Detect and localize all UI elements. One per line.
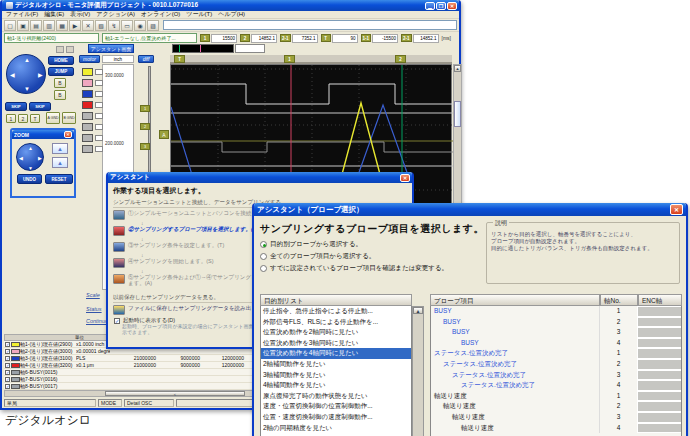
channel-color-swatch[interactable] bbox=[82, 79, 93, 87]
toolbar-icon[interactable]: ▢ bbox=[4, 20, 16, 31]
toolbar-icon[interactable]: ▭ bbox=[121, 20, 133, 31]
probe-list-row[interactable]: ステータス.位置決め完了 4 bbox=[431, 380, 681, 391]
jog-right-icon[interactable]: ▶ bbox=[38, 72, 43, 78]
purpose-list-item[interactable]: 位置決め動作を2軸同時に見たい bbox=[261, 327, 411, 338]
assistant-close-icon[interactable]: ✕ bbox=[400, 174, 410, 182]
toolbar-combobox[interactable] bbox=[163, 20, 457, 30]
probe-column-header[interactable]: プローブ項目 bbox=[430, 294, 600, 306]
wave-info-link[interactable]: Scale bbox=[86, 292, 100, 298]
row-checkbox[interactable]: ✓ bbox=[5, 342, 10, 347]
purpose-list-item[interactable]: 外部信号FLS、RLSによる停止動作を... bbox=[261, 317, 411, 328]
row-checkbox[interactable]: ✓ bbox=[5, 370, 10, 375]
menu-item[interactable]: アクション(A) bbox=[96, 10, 135, 19]
time-ruler[interactable]: T 1 2 bbox=[170, 55, 452, 64]
row-checkbox[interactable]: ✓ bbox=[5, 356, 10, 361]
gnd-a-button[interactable]: A GND bbox=[46, 112, 60, 124]
enc-column-header[interactable]: ENC軸 bbox=[638, 294, 682, 306]
purpose-list-item[interactable]: 4軸補間動作を見たい bbox=[261, 380, 411, 391]
purpose-list-scrollbar[interactable]: ▲ ▼ bbox=[412, 306, 424, 436]
zoom-in-icon[interactable]: ▲ bbox=[52, 143, 68, 154]
scroll-up-icon[interactable]: ▲ bbox=[454, 65, 461, 72]
radio-icon[interactable] bbox=[260, 253, 267, 260]
toolbar-icon[interactable]: ◉ bbox=[134, 20, 146, 31]
toolbar-icon[interactable]: ▣ bbox=[17, 20, 29, 31]
menu-item[interactable]: 編集(E) bbox=[44, 10, 64, 19]
reset-button[interactable]: RESET bbox=[45, 174, 73, 184]
purpose-list-item[interactable]: 停止指令、急停止指令による停止動... bbox=[261, 306, 411, 317]
table-row[interactable]: ✓ 軸6-BUSY(0015) bbox=[4, 369, 254, 376]
wave-info-link[interactable]: Status bbox=[86, 306, 102, 312]
preset-1-button[interactable]: 1 bbox=[6, 114, 16, 123]
jump-button[interactable]: JUMP bbox=[48, 67, 74, 76]
purpose-list-item[interactable]: 3軸補間動作を見たい bbox=[261, 370, 411, 381]
home-button[interactable]: HOME bbox=[48, 56, 74, 65]
level-marker-tag[interactable]: 2 bbox=[140, 123, 150, 130]
pan-left-icon[interactable]: ◀ bbox=[19, 155, 23, 161]
pan-up-icon[interactable]: ▲ bbox=[28, 145, 33, 151]
cursor-1-tag[interactable]: 1 bbox=[284, 55, 295, 63]
probe-list-row[interactable]: 軸送り速度 2 bbox=[431, 401, 681, 412]
menu-item[interactable]: 表示(V) bbox=[70, 10, 90, 19]
toolbar-icon[interactable]: ✕ bbox=[82, 20, 94, 31]
channel-color-swatch[interactable] bbox=[82, 123, 93, 131]
channel-toggle[interactable] bbox=[95, 91, 103, 97]
probe-list-row[interactable]: 軸送り速度 3 bbox=[431, 412, 681, 423]
waveform-thumbnail[interactable] bbox=[172, 44, 234, 53]
zoom-palette-close-icon[interactable]: ✕ bbox=[64, 131, 72, 138]
table-row[interactable]: ✓ 軸7-BUSY(0016) bbox=[4, 376, 254, 383]
row-checkbox[interactable]: ✓ bbox=[5, 384, 10, 389]
probe-list-row[interactable]: BUSY 4 bbox=[431, 338, 681, 349]
probe-list-row[interactable]: 軸送り速度 4 bbox=[431, 423, 681, 434]
probe-close-icon[interactable]: ✕ bbox=[670, 204, 683, 215]
panel-close-icon[interactable] bbox=[66, 46, 74, 53]
jog-left-icon[interactable]: ◀ bbox=[10, 72, 15, 78]
b1-button[interactable]: B bbox=[54, 78, 66, 88]
toolbar-icon[interactable]: ▦ bbox=[56, 20, 68, 31]
maximize-button[interactable]: ❐ bbox=[436, 2, 446, 10]
skip-a-button[interactable]: SKIP bbox=[5, 102, 27, 111]
level-marker-tag[interactable]: 1 bbox=[140, 105, 150, 112]
purpose-list-header[interactable]: 目的別リスト bbox=[260, 294, 412, 306]
purpose-list-item[interactable]: 2軸の同期精度を見たい bbox=[261, 423, 411, 434]
axis-column-header[interactable]: 軸No. bbox=[600, 294, 638, 306]
toolbar-icon[interactable]: ▤ bbox=[30, 20, 42, 31]
channel-toggle[interactable] bbox=[95, 113, 103, 119]
menu-item[interactable]: ツール(T) bbox=[186, 10, 212, 19]
trigger-t-tag[interactable]: T bbox=[174, 55, 185, 63]
purpose-list-item[interactable]: 位置決め動作を3軸同時に見たい bbox=[261, 338, 411, 349]
pan-down-icon[interactable]: ▼ bbox=[28, 165, 33, 171]
minimize-button[interactable]: ▁ bbox=[425, 2, 435, 10]
purpose-list-item[interactable]: 位置決め動作を4軸同時に見たい bbox=[261, 348, 411, 359]
probe-list-row[interactable]: ステータス.位置決め完了 3 bbox=[431, 370, 681, 381]
assistant-screen-tab[interactable]: アシスタント画面 bbox=[88, 44, 134, 53]
channel-color-swatch[interactable] bbox=[82, 90, 93, 98]
table-row[interactable]: ✓ 軸2-(送り)現在値(3000) x0.00001 degree bbox=[4, 348, 254, 355]
probe-list-row[interactable]: BUSY 3 bbox=[431, 327, 681, 338]
channel-toggle[interactable] bbox=[95, 69, 103, 75]
panel-pin-icon[interactable] bbox=[56, 46, 64, 53]
row-checkbox[interactable]: ✓ bbox=[5, 349, 10, 354]
hscroll-thumb[interactable]: < bbox=[105, 391, 245, 396]
radio-icon[interactable] bbox=[260, 241, 267, 248]
assistant-titlebar[interactable]: アシスタント ✕ bbox=[108, 172, 412, 183]
zoom-palette-titlebar[interactable]: ZOOM ✕ bbox=[12, 130, 74, 139]
scroll-thumb[interactable] bbox=[454, 101, 461, 127]
gnd-b-button[interactable]: B GND bbox=[62, 112, 76, 124]
channel-toggle[interactable] bbox=[95, 80, 103, 86]
thumbnail-view-box[interactable] bbox=[235, 44, 265, 53]
pan-right-icon[interactable]: ▶ bbox=[38, 155, 42, 161]
purpose-list-item[interactable]: 位置・速度切換制御の速度制御動作... bbox=[261, 412, 411, 423]
purpose-list-item[interactable]: 2軸補間動作を見たい bbox=[261, 359, 411, 370]
jog-down-icon[interactable]: ▼ bbox=[24, 86, 30, 92]
table-row[interactable]: ✓ 軸8-BUSY(0017) bbox=[4, 383, 254, 390]
channel-color-swatch[interactable] bbox=[82, 68, 93, 76]
preset-t-button[interactable]: T bbox=[30, 114, 40, 123]
channel-toggle[interactable] bbox=[95, 102, 103, 108]
channel-color-swatch[interactable] bbox=[82, 112, 93, 120]
channel-color-swatch[interactable] bbox=[82, 145, 93, 153]
cursor-2-tag[interactable]: 2 bbox=[395, 55, 406, 63]
jog-up-icon[interactable]: ▲ bbox=[24, 57, 30, 63]
purpose-scroll-up-icon[interactable]: ▲ bbox=[413, 307, 423, 314]
level-marker-tag[interactable]: 3 bbox=[140, 143, 150, 150]
channel-color-swatch[interactable] bbox=[82, 134, 93, 142]
